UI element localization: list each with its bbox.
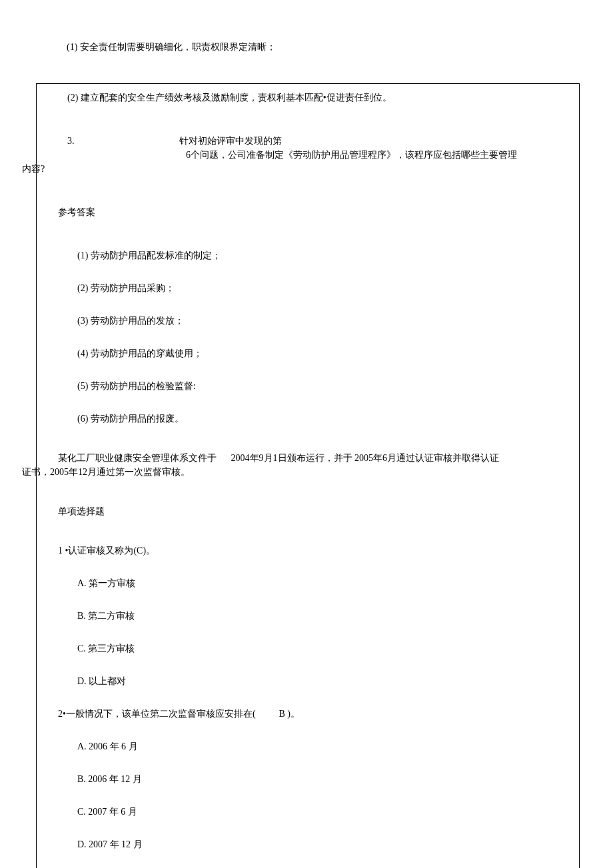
content-box: (2) 建立配套的安全生产绩效考核及激励制度，责权利基本匹配•促进责任到位。 3… (36, 83, 580, 868)
question-3-line2: 6个问题，公司准备制定《劳动防护用品管理程序》，该程序应包括哪些主要管理 (37, 148, 579, 162)
document-page: (1) 安全责任制需要明确细化，职责权限界定清晰； (2) 建立配套的安全生产绩… (0, 0, 613, 868)
answer-item-6: (6) 劳动防护用品的报废。 (37, 412, 579, 426)
mcq-q2-opt-c: C. 2007 年 6 月 (37, 805, 579, 819)
mcq-q2: 2•一般情况下，该单位第二次监督审核应安排在( B )。 (37, 707, 579, 721)
reference-answer-label: 参考答案 (37, 205, 579, 219)
mcq-q1: 1 •认证审核又称为(C)。 (37, 544, 579, 558)
para1-part-b: 2004年9月1日颁布运行，并于 2005年6月通过认证审核并取得认证 (231, 453, 500, 463)
mcq-q1-opt-b: B. 第二方审核 (37, 609, 579, 623)
question-3-line1: 3. 针对初始评审中发现的第 (37, 134, 579, 148)
body-paragraph-1: 某化工厂职业健康安全管理体系文件于 2004年9月1日颁布运行，并于 2005年… (37, 451, 579, 465)
mcq-heading: 单项选择题 (37, 504, 579, 518)
body-paragraph-2: 证书，2005年12月通过第一次监督审核。 (22, 465, 579, 479)
numbered-item-2: (2) 建立配套的安全生产绩效考核及激励制度，责权利基本匹配•促进责任到位。 (37, 91, 579, 105)
question-3-suffix: 内容? (22, 162, 579, 176)
question-3-text-a: 针对初始评审中发现的第 (179, 136, 282, 146)
mcq-q2-text: 2•一般情况下，该单位第二次监督审核应安排在( (58, 707, 277, 721)
question-number: 3. (67, 134, 177, 148)
answer-item-1: (1) 劳动防护用品配发标准的制定； (37, 248, 579, 262)
mcq-q2-opt-d: D. 2007 年 12 月 (37, 837, 579, 851)
answer-item-4: (4) 劳动防护用品的穿戴使用； (37, 346, 579, 360)
mcq-q1-opt-d: D. 以上都对 (37, 674, 579, 688)
numbered-item-1: (1) 安全责任制需要明确细化，职责权限界定清晰； (0, 40, 613, 54)
para1-part-a: 某化工厂职业健康安全管理体系文件于 (58, 451, 229, 465)
mcq-q1-opt-c: C. 第三方审核 (37, 642, 579, 655)
answer-item-3: (3) 劳动防护用品的发放； (37, 314, 579, 328)
answer-item-2: (2) 劳动防护用品采购； (37, 281, 579, 295)
mcq-q2-opt-a: A. 2006 年 6 月 (37, 739, 579, 753)
mcq-q2-opt-b: B. 2006 年 12 月 (37, 772, 579, 786)
mcq-q2-answer: B )。 (279, 709, 301, 719)
answer-item-5: (5) 劳动防护用品的检验监督: (37, 379, 579, 393)
mcq-q1-opt-a: A. 第一方审核 (37, 576, 579, 590)
